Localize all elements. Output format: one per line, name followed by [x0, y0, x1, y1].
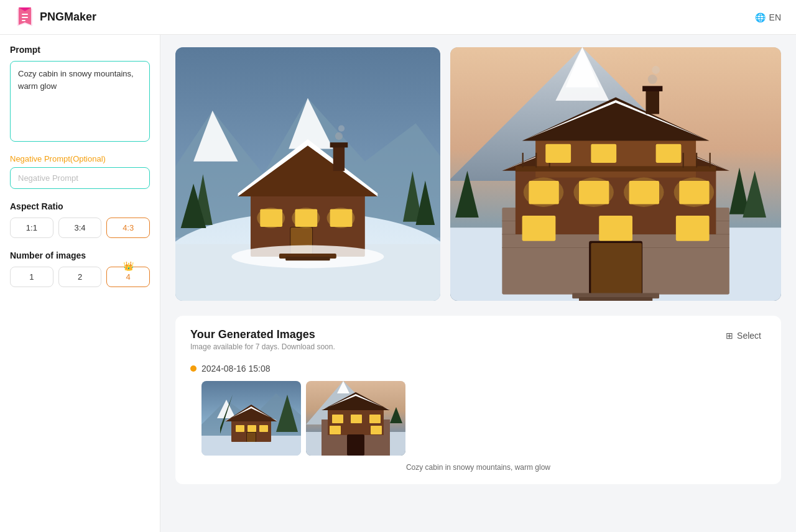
crown-icon: 👑 [123, 261, 134, 271]
svg-rect-65 [591, 144, 616, 163]
status-dot [190, 365, 197, 372]
num-btn-2[interactable]: 2 [58, 267, 102, 287]
preview-image-1[interactable] [175, 47, 440, 301]
thumbnail-row [201, 381, 766, 456]
lang-label: EN [769, 12, 781, 22]
svg-rect-67 [522, 216, 555, 241]
thumbnail-svg-1 [201, 381, 301, 456]
generated-images-section: Your Generated Images Image available fo… [175, 316, 781, 484]
preview-section [175, 47, 781, 301]
globe-icon: 🌐 [755, 12, 766, 22]
svg-rect-2 [22, 20, 25, 21]
ratio-btn-4-3[interactable]: 4:3 [106, 218, 150, 238]
timestamp-text: 2024-08-16 15:08 [201, 364, 271, 374]
optional-tag: (Optional) [70, 154, 106, 163]
timestamp-row: 2024-08-16 15:08 [190, 364, 766, 374]
svg-point-52 [652, 66, 660, 74]
ratio-btn-1-1[interactable]: 1:1 [10, 218, 53, 238]
grid-icon: ⊞ [726, 331, 733, 341]
sidebar: Prompt Cozy cabin in snowy mountains, wa… [0, 35, 160, 532]
content-area: Your Generated Images Image available fo… [160, 35, 796, 532]
svg-rect-101 [332, 415, 343, 423]
svg-rect-55 [535, 153, 537, 168]
svg-rect-102 [351, 415, 362, 423]
svg-rect-49 [646, 89, 659, 114]
svg-rect-0 [22, 14, 28, 15]
svg-rect-69 [676, 216, 710, 241]
svg-rect-1 [22, 17, 28, 18]
svg-point-72 [524, 178, 563, 207]
negative-prompt-label: Negative Prompt(Optional) [10, 154, 150, 163]
svg-point-18 [335, 132, 343, 140]
language-selector[interactable]: 🌐 EN [755, 12, 781, 22]
generated-subtitle: Image available for 7 days. Download soo… [190, 342, 335, 351]
num-btn-1[interactable]: 1 [10, 267, 53, 287]
svg-rect-50 [642, 86, 662, 91]
svg-rect-105 [371, 426, 382, 434]
aspect-ratio-label: Aspect Ratio [10, 201, 150, 211]
main-layout: Prompt Cozy cabin in snowy mountains, wa… [0, 35, 796, 532]
svg-point-19 [338, 126, 345, 132]
thumbnail-1[interactable] [201, 381, 301, 456]
svg-rect-66 [655, 144, 681, 163]
preview-image-2[interactable] [450, 47, 781, 301]
svg-rect-58 [696, 153, 697, 168]
svg-rect-89 [259, 425, 268, 432]
svg-rect-106 [347, 434, 364, 456]
svg-rect-68 [599, 216, 632, 241]
svg-rect-17 [330, 142, 348, 147]
ratio-btn-3-4[interactable]: 3:4 [58, 218, 102, 238]
generated-header: Your Generated Images Image available fo… [190, 328, 766, 361]
svg-point-25 [257, 208, 285, 228]
thumbnail-svg-2 [306, 381, 405, 456]
svg-point-73 [573, 178, 613, 207]
svg-rect-91 [247, 433, 256, 442]
svg-rect-54 [522, 153, 523, 168]
svg-rect-59 [709, 153, 710, 168]
num-images-buttons: 1 2 👑 4 [10, 267, 150, 287]
select-button[interactable]: ⊞ Select [721, 328, 766, 343]
gen-header-left: Your Generated Images Image available fo… [190, 328, 335, 361]
app-header: PNGMaker 🌐 EN [0, 0, 796, 35]
num-btn-4[interactable]: 👑 4 [106, 267, 150, 287]
prompt-label: Prompt [10, 45, 150, 55]
svg-rect-77 [579, 297, 652, 301]
svg-rect-88 [248, 425, 256, 432]
cabin-scene-svg-2 [450, 47, 781, 301]
svg-rect-103 [369, 415, 381, 423]
svg-point-51 [647, 75, 657, 84]
svg-rect-16 [333, 145, 345, 171]
negative-prompt-input[interactable] [10, 167, 150, 189]
thumbnail-caption: Cozy cabin in snowy mountains, warm glow [190, 463, 766, 472]
svg-rect-64 [545, 144, 571, 163]
svg-rect-71 [591, 243, 642, 294]
svg-point-26 [292, 208, 320, 228]
generated-title: Your Generated Images [190, 328, 335, 341]
aspect-ratio-buttons: 1:1 3:4 4:3 [10, 218, 150, 238]
svg-rect-57 [682, 153, 683, 168]
svg-point-27 [327, 208, 355, 228]
logo-area: PNGMaker [15, 6, 96, 29]
num-images-label: Number of images [10, 250, 150, 260]
svg-rect-30 [285, 257, 330, 260]
select-label: Select [737, 331, 761, 341]
cabin-scene-svg-1 [175, 47, 440, 301]
svg-point-75 [673, 178, 713, 207]
prompt-textarea[interactable]: Cozy cabin in snowy mountains, warm glow [10, 61, 150, 142]
logo-icon [15, 6, 35, 29]
svg-rect-53 [516, 166, 716, 172]
svg-point-74 [624, 178, 664, 207]
logo-text: PNGMaker [40, 11, 96, 24]
svg-rect-87 [236, 425, 244, 432]
thumbnail-2[interactable] [306, 381, 405, 456]
svg-rect-104 [330, 426, 341, 434]
